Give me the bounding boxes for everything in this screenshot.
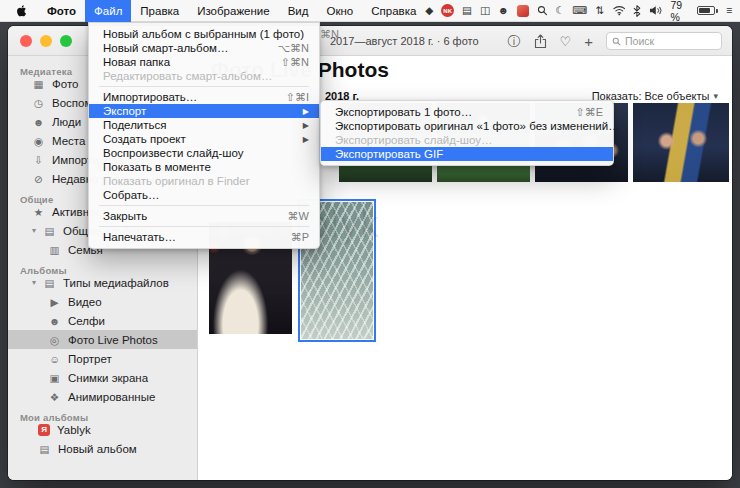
menu-separator: [99, 86, 309, 87]
menu-item-edit-smart-album: Редактировать смарт-альбом…: [89, 69, 319, 83]
sidebar-header-my-albums: Мои альбомы: [8, 406, 197, 420]
search-field[interactable]: [606, 32, 722, 50]
menu-separator: [99, 226, 309, 227]
shortcut: ⌘N: [320, 28, 339, 41]
window-title: 2017—август 2018 г. · 6 фото: [330, 35, 479, 47]
menu-item-print[interactable]: Напечатать… ⌘P: [89, 230, 319, 244]
menu-item-gather[interactable]: Собрать…: [89, 188, 319, 202]
zoom-button[interactable]: [60, 35, 72, 47]
menu-item-new-folder[interactable]: Новая папка ⇧⌘N: [89, 55, 319, 69]
menu-view[interactable]: Вид: [279, 0, 318, 22]
menu-item-export-slideshow: Экспортировать слайд-шоу…: [321, 133, 613, 147]
search-input[interactable]: [625, 35, 713, 47]
portrait-icon: ☺: [48, 353, 61, 365]
nk-badge-icon[interactable]: NK: [441, 4, 454, 17]
sidebar-item-label: Фото: [52, 78, 78, 90]
submenu-arrow-icon: ▶: [303, 121, 309, 130]
album-icon: ▤: [38, 443, 51, 455]
menu-file[interactable]: Файл: [85, 0, 131, 22]
info-button[interactable]: ⓘ: [508, 35, 521, 48]
activity-icon: ★: [32, 206, 45, 218]
menu-item-close[interactable]: Закрыть ⌘W: [89, 209, 319, 223]
sidebar-item-portrait[interactable]: ☺ Портрет: [8, 349, 197, 368]
sidebar-item-label: Новый альбом: [58, 443, 137, 455]
sidebar-item-label: Видео: [68, 296, 102, 308]
sidebar-item-selfies[interactable]: ☻ Селфи: [8, 311, 197, 330]
shortcut: ⇧⌘E: [575, 106, 603, 119]
sidebar-item-label: Типы медиафайлов: [63, 277, 169, 289]
menu-item-show-in-moment[interactable]: Показать в моменте: [89, 160, 319, 174]
volume-icon[interactable]: [649, 5, 663, 16]
memories-icon: ◷: [32, 97, 45, 109]
photo-thumbnail[interactable]: [633, 103, 729, 182]
menu-item-new-album[interactable]: Новый альбом с выбранным (1 фото) ⌘N: [89, 27, 319, 41]
person-icon[interactable]: ☻: [498, 5, 509, 16]
add-button[interactable]: +: [584, 34, 593, 49]
menu-edit[interactable]: Правка: [131, 0, 188, 22]
menu-item-create-project[interactable]: Создать проект ▶: [89, 132, 319, 146]
grid-icon[interactable]: ▤: [462, 5, 472, 16]
places-icon: ◉: [32, 135, 45, 147]
shortcut: ⇧⌘I: [286, 91, 309, 104]
menu-item-import[interactable]: Импортировать… ⇧⌘I: [89, 90, 319, 104]
screenshot-icon: ▣: [48, 372, 61, 384]
sidebar-item-animated[interactable]: ❖ Анимированные: [8, 387, 197, 406]
menu-window[interactable]: Окно: [317, 0, 362, 22]
moon-icon[interactable]: ☾: [555, 5, 564, 16]
sidebar-item-label: Анимированные: [68, 391, 155, 403]
menu-image[interactable]: Изображение: [188, 0, 278, 22]
notification-center-icon[interactable]: ≡: [726, 5, 732, 16]
video-icon: ▶: [48, 296, 61, 308]
sidebar-item-label: Yablyk: [57, 424, 91, 436]
chevron-down-icon: ▾: [713, 91, 718, 101]
bluetooth-icon[interactable]: [633, 5, 641, 17]
sidebar-item-label: Селфи: [68, 315, 105, 327]
apple-menu[interactable]: [6, 0, 38, 22]
search-icon[interactable]: [537, 5, 548, 16]
battery-indicator[interactable]: 79 %: [670, 0, 717, 23]
menu-item-play-slideshow[interactable]: Воспроизвести слайд-шоу: [89, 146, 319, 160]
disclosure-triangle[interactable]: ▾: [32, 278, 40, 287]
minimize-button[interactable]: [40, 35, 52, 47]
submenu-arrow-icon: ▶: [303, 107, 309, 116]
menu-item-export-photo[interactable]: Экспортировать 1 фото… ⇧⌘E: [321, 105, 613, 119]
shared-album-icon: ▥: [48, 244, 61, 256]
disclosure-triangle[interactable]: ▾: [32, 226, 40, 235]
yablyk-icon: Я: [38, 424, 50, 436]
people-icon: ☻: [32, 116, 45, 128]
folder-icon: ▤: [43, 225, 56, 237]
close-button[interactable]: [20, 35, 32, 47]
document-icon[interactable]: ◫: [480, 5, 490, 16]
menu-item-new-smart-album[interactable]: Новый смарт-альбом… ⌥⌘N: [89, 41, 319, 55]
menu-item-export-original[interactable]: Экспортировать оригинал «1 фото» без изм…: [321, 119, 613, 133]
sidebar-item-video[interactable]: ▶ Видео: [8, 292, 197, 311]
folder-icon: ▤: [43, 277, 56, 289]
live-photo-icon: ◎: [48, 334, 61, 346]
sidebar-item-live-photos[interactable]: ◎ Фото Live Photos: [8, 330, 197, 349]
share-button[interactable]: [534, 34, 547, 49]
menu-separator: [99, 205, 309, 206]
imports-icon: ⇩: [32, 154, 45, 166]
menu-item-export-gif[interactable]: Экспортировать GIF: [321, 147, 613, 161]
search-icon: [612, 37, 621, 46]
shortcut: ⌘W: [288, 210, 309, 223]
apple-icon: [16, 4, 28, 17]
menu-item-share[interactable]: Поделиться ▶: [89, 118, 319, 132]
sidebar-item-new-album[interactable]: ▤ Новый альбом: [8, 439, 197, 458]
app-badge-icon[interactable]: [517, 5, 529, 17]
sidebar-item-screenshots[interactable]: ▣ Снимки экрана: [8, 368, 197, 387]
shortcut: ⇧⌘N: [281, 56, 309, 69]
shortcut: ⌘P: [291, 231, 309, 244]
keyboard-icon[interactable]: ⌨: [573, 5, 588, 16]
menu-item-show-original-in-finder: Показать оригинал в Finder: [89, 174, 319, 188]
menu-help[interactable]: Справка: [362, 0, 425, 22]
trash-icon: ⊘: [32, 173, 45, 185]
favorite-button[interactable]: ♡: [560, 35, 572, 48]
file-menu-dropdown: Новый альбом с выбранным (1 фото) ⌘N Нов…: [88, 22, 320, 249]
updown-arrows-icon[interactable]: ⇅: [596, 5, 605, 16]
menu-item-export[interactable]: Экспорт ▶: [89, 104, 319, 118]
submenu-arrow-icon: ▶: [303, 135, 309, 144]
wifi-icon[interactable]: [613, 5, 626, 16]
menu-extra-icon[interactable]: ◆: [425, 5, 433, 16]
app-menu-photos[interactable]: Фото: [38, 0, 85, 22]
